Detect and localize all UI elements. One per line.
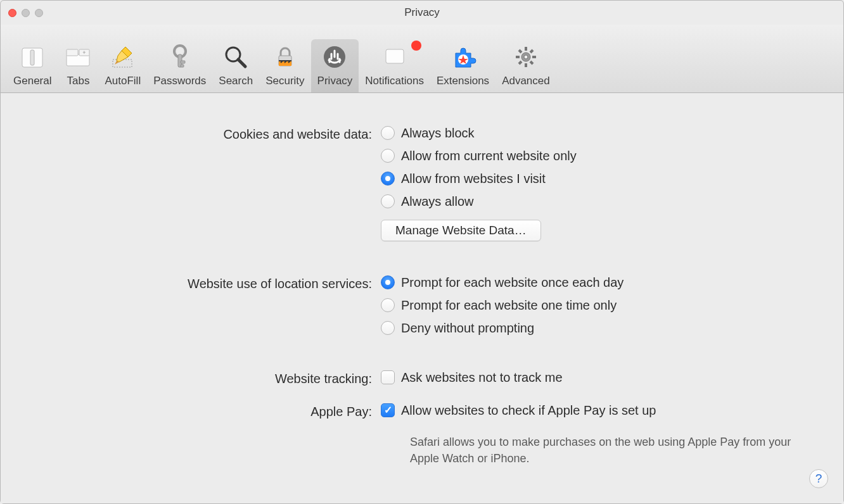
preferences-window: Privacy General + Tabs — [0, 0, 844, 504]
tab-extensions[interactable]: Extensions — [430, 39, 496, 92]
tab-security[interactable]: Security — [259, 39, 310, 92]
svg-line-30 — [530, 61, 533, 64]
window-title: Privacy — [1, 6, 843, 19]
tab-privacy[interactable]: Privacy — [311, 39, 359, 92]
row-tracking: Website tracking: Ask websites not to tr… — [26, 369, 818, 388]
svg-line-31 — [530, 50, 533, 53]
tab-autofill[interactable]: AutoFill — [98, 39, 147, 92]
applepay-label: Apple Pay: — [26, 402, 381, 421]
svg-line-32 — [519, 61, 521, 64]
tab-label: Passwords — [153, 75, 206, 87]
radio-cookies-always-block[interactable]: Always block — [381, 125, 818, 141]
toolbar: General + Tabs — [1, 25, 843, 93]
titlebar: Privacy — [1, 1, 843, 25]
radio-label: Prompt for each website one time only — [401, 297, 617, 313]
radio-cookies-current-only[interactable]: Allow from current website only — [381, 148, 818, 164]
checkbox-icon — [381, 403, 395, 417]
checkbox-icon — [381, 370, 395, 384]
tab-label: Privacy — [317, 75, 353, 87]
tab-passwords[interactable]: Passwords — [147, 39, 212, 92]
tracking-controls: Ask websites not to track me — [381, 369, 818, 386]
notification-badge-icon — [411, 41, 421, 51]
radio-icon — [381, 275, 395, 289]
extensions-icon — [449, 43, 477, 71]
radio-label: Always allow — [401, 193, 473, 210]
general-icon — [18, 43, 46, 71]
autofill-icon — [109, 43, 137, 71]
cookies-label: Cookies and website data: — [26, 125, 381, 144]
svg-text:+: + — [83, 49, 86, 56]
radio-label: Deny without prompting — [401, 320, 534, 336]
location-controls: Prompt for each website once each day Pr… — [381, 274, 818, 336]
applepay-controls: Allow websites to check if Apple Pay is … — [381, 402, 818, 467]
traffic-lights — [1, 9, 43, 17]
svg-line-29 — [519, 50, 521, 53]
radio-location-deny[interactable]: Deny without prompting — [381, 320, 818, 336]
radio-icon — [381, 126, 395, 140]
passwords-icon — [166, 43, 194, 71]
svg-rect-13 — [181, 61, 185, 63]
radio-icon — [381, 194, 395, 208]
svg-rect-14 — [181, 65, 184, 67]
radio-icon — [381, 321, 395, 335]
applepay-hint: Safari allows you to make purchases on t… — [381, 434, 818, 467]
svg-rect-1 — [30, 50, 34, 65]
row-location: Website use of location services: Prompt… — [26, 274, 818, 336]
tab-label: Search — [219, 75, 253, 87]
checkbox-label: Allow websites to check if Apple Pay is … — [401, 402, 656, 419]
cookies-controls: Always block Allow from current website … — [381, 125, 818, 241]
security-icon — [271, 43, 299, 71]
radio-cookies-always-allow[interactable]: Always allow — [381, 193, 818, 210]
tabs-icon: + — [64, 43, 92, 71]
tab-label: General — [13, 75, 51, 87]
checkbox-do-not-track[interactable]: Ask websites not to track me — [381, 369, 818, 386]
tab-general[interactable]: General — [7, 39, 58, 92]
tab-tabs[interactable]: + Tabs — [58, 39, 98, 92]
svg-point-24 — [524, 55, 528, 59]
privacy-icon — [321, 43, 348, 71]
tab-label: Advanced — [502, 75, 550, 87]
close-button[interactable] — [8, 9, 16, 17]
radio-icon — [381, 298, 395, 312]
search-icon — [222, 43, 250, 71]
radio-label: Allow from current website only — [401, 148, 577, 164]
radio-label: Allow from websites I visit — [401, 170, 546, 187]
radio-icon — [381, 172, 395, 186]
radio-location-prompt-daily[interactable]: Prompt for each website once each day — [381, 274, 818, 291]
checkbox-label: Ask websites not to track me — [401, 369, 563, 386]
notifications-icon — [381, 43, 409, 71]
tab-label: Security — [265, 75, 304, 87]
tracking-label: Website tracking: — [26, 369, 381, 388]
svg-rect-2 — [67, 54, 89, 66]
tab-label: Extensions — [437, 75, 489, 87]
zoom-button[interactable] — [35, 9, 43, 17]
minimize-button[interactable] — [22, 9, 30, 17]
radio-label: Prompt for each website once each day — [401, 274, 623, 291]
checkbox-applepay[interactable]: Allow websites to check if Apple Pay is … — [381, 402, 818, 419]
radio-cookies-visited[interactable]: Allow from websites I visit — [381, 170, 818, 187]
tab-label: Notifications — [365, 75, 424, 87]
help-button[interactable]: ? — [809, 469, 828, 488]
svg-line-16 — [238, 60, 245, 66]
manage-website-data-button[interactable]: Manage Website Data… — [381, 220, 541, 241]
advanced-icon — [512, 43, 540, 71]
svg-rect-20 — [386, 49, 404, 63]
tab-search[interactable]: Search — [212, 39, 259, 92]
tab-notifications[interactable]: Notifications — [359, 39, 430, 92]
radio-location-prompt-once[interactable]: Prompt for each website one time only — [381, 297, 818, 313]
location-label: Website use of location services: — [26, 274, 381, 293]
tab-label: Tabs — [67, 75, 90, 87]
svg-point-11 — [177, 48, 183, 54]
radio-label: Always block — [401, 125, 475, 141]
content-area: Cookies and website data: Always block A… — [1, 93, 843, 503]
svg-rect-3 — [67, 49, 78, 56]
row-applepay: Apple Pay: Allow websites to check if Ap… — [26, 402, 818, 467]
radio-icon — [381, 149, 395, 163]
tab-label: AutoFill — [105, 75, 141, 87]
tab-advanced[interactable]: Advanced — [496, 39, 556, 92]
row-cookies: Cookies and website data: Always block A… — [26, 125, 818, 241]
